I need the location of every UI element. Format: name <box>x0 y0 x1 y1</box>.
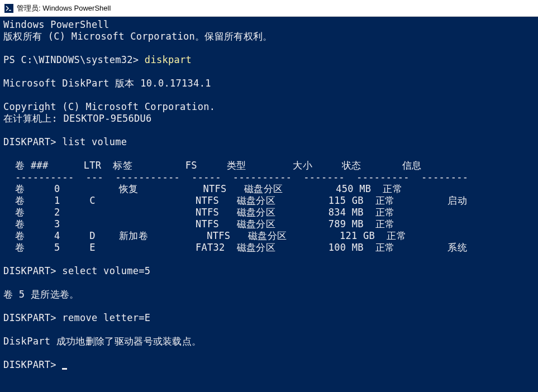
ps-header-line1: Windows PowerShell <box>3 19 109 30</box>
select-result: 卷 5 是所选卷。 <box>3 289 79 300</box>
diskpart-version: Microsoft DiskPart 版本 10.0.17134.1 <box>3 78 211 89</box>
ps-header-line2: 版权所有 (C) Microsoft Corporation。保留所有权利。 <box>3 31 273 42</box>
diskpart-prompt-current: DISKPART> <box>3 359 62 370</box>
remove-result: DiskPart 成功地删除了驱动器号或装载点。 <box>3 336 201 347</box>
volume-row-5: 卷 5 E FAT32 磁盘分区 100 MB 正常 系统 <box>3 242 467 253</box>
terminal-content[interactable]: Windows PowerShell 版权所有 (C) Microsoft Co… <box>0 17 538 392</box>
titlebar[interactable]: 管理员: Windows PowerShell <box>0 0 538 17</box>
diskpart-prompt-selectvolume: DISKPART> select volume=5 <box>3 265 150 276</box>
diskpart-copyright: Copyright (C) Microsoft Corporation. <box>3 101 215 112</box>
titlebar-title: 管理员: Windows PowerShell <box>17 3 111 13</box>
volume-row-1: 卷 1 C NTFS 磁盘分区 115 GB 正常 启动 <box>3 195 467 206</box>
volume-row-0: 卷 0 恢复 NTFS 磁盘分区 450 MB 正常 <box>3 183 402 194</box>
command-diskpart: diskpart <box>145 54 192 65</box>
diskpart-prompt-removeletter: DISKPART> remove letter=E <box>3 312 150 323</box>
diskpart-prompt-listvolume: DISKPART> list volume <box>3 136 127 147</box>
cursor <box>62 368 67 370</box>
volume-row-2: 卷 2 NTFS 磁盘分区 834 MB 正常 <box>3 207 395 218</box>
powershell-icon <box>4 4 13 13</box>
diskpart-computer: 在计算机上: DESKTOP-9E56DU6 <box>3 113 152 124</box>
volume-row-3: 卷 3 NTFS 磁盘分区 789 MB 正常 <box>3 218 395 230</box>
volume-table-separator: ---------- --- ----------- ----- -------… <box>3 171 468 183</box>
volume-row-4: 卷 4 D 新加卷 NTFS 磁盘分区 121 GB 正常 <box>3 230 406 241</box>
ps-prompt: PS C:\WINDOWS\system32> <box>3 54 145 65</box>
volume-table-header: 卷 ### LTR 标签 FS 类型 大小 状态 信息 <box>3 160 422 171</box>
